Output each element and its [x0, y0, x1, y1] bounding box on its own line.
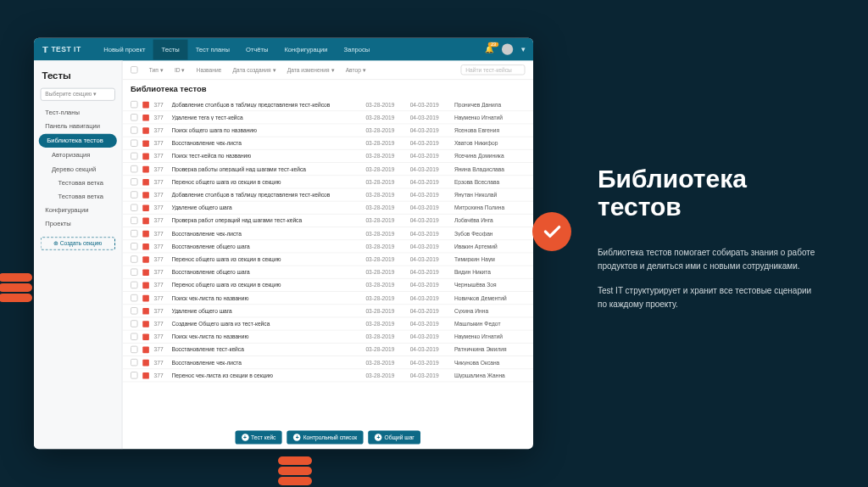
row-author: Зубов Феофан — [454, 231, 526, 237]
table-row[interactable]: 377Восстановление чек-листа03-28-201904-… — [123, 137, 534, 150]
table-row[interactable]: 377Поиск общего шага по названию03-28-20… — [123, 124, 534, 137]
sidebar-item[interactable]: Тестовая ветка — [34, 189, 122, 203]
nav-тест планы[interactable]: Тест планы — [187, 39, 237, 59]
chevron-down-icon[interactable]: ▾ — [521, 45, 526, 53]
row-checkbox[interactable] — [131, 320, 138, 327]
app-logo: 𝗧TEST IT — [42, 44, 81, 54]
user-avatar[interactable] — [502, 43, 513, 54]
nav-отчёты[interactable]: Отчёты — [237, 39, 276, 59]
row-checkbox[interactable] — [131, 204, 138, 211]
row-checkbox[interactable] — [131, 307, 138, 315]
row-created: 03-28-2019 — [365, 231, 409, 237]
sidebar-item[interactable]: Панель навигации — [34, 120, 122, 133]
sidebar-item[interactable]: Проекты — [34, 217, 122, 231]
row-created: 03-28-2019 — [365, 218, 409, 224]
filter-id[interactable]: ID ▾ — [175, 66, 185, 73]
table-row[interactable]: 377Восстановление общего шага03-28-20190… — [123, 266, 534, 279]
row-checkbox[interactable] — [131, 346, 138, 354]
nav-новый проект[interactable]: Новый проект — [96, 39, 153, 59]
table-row[interactable]: 377Восстановление общего шага03-28-20190… — [123, 240, 534, 253]
search-input[interactable]: Найти тест-кейсы — [461, 64, 526, 75]
row-author: Янутан Николай — [454, 192, 526, 198]
nav-запросы[interactable]: Запросы — [336, 39, 378, 59]
row-modified: 04-03-2019 — [410, 283, 454, 288]
filter-author[interactable]: Автор ▾ — [346, 66, 366, 73]
sidebar-item[interactable]: Авторизация — [34, 148, 122, 162]
nav-конфигурации[interactable]: Конфигурации — [276, 39, 336, 59]
table-row[interactable]: 377Восстановление чек-листа03-28-201904-… — [123, 227, 534, 240]
row-id: 377 — [154, 231, 172, 237]
row-created: 03-28-2019 — [365, 283, 409, 288]
table-row[interactable]: 377Перенос общего шага из секции в секци… — [123, 253, 534, 266]
row-created: 03-28-2019 — [365, 154, 409, 160]
sidebar-item[interactable]: Дерево секций — [34, 162, 122, 176]
select-all-checkbox[interactable] — [131, 66, 138, 74]
sidebar-item[interactable]: Тестовая ветка — [34, 176, 122, 189]
table-row[interactable]: 377Перенос общего шага из секции в секци… — [123, 176, 534, 188]
row-modified: 04-03-2019 — [410, 140, 454, 146]
table-row[interactable]: 377Восстановление тест-кейса03-28-201904… — [123, 344, 534, 356]
table-row[interactable]: 377Создание Общего шага из тест-кейса03-… — [123, 317, 534, 330]
row-checkbox[interactable] — [131, 153, 138, 160]
row-checkbox[interactable] — [131, 268, 138, 276]
table-row[interactable]: 377Проверка работ операций над шагами те… — [123, 215, 534, 227]
sidebar-item[interactable]: Библиотека тестов — [39, 134, 117, 148]
add-test-case-button[interactable]: +Тест кейс — [235, 430, 282, 444]
table-row[interactable]: 377Поиск чек-листа по названию03-28-2019… — [123, 331, 534, 344]
section-select[interactable]: Выберите секцию ▾ — [41, 88, 115, 101]
filter-type[interactable]: Тип ▾ — [149, 66, 164, 73]
add-checklist-button[interactable]: +Контрольный список — [287, 430, 364, 444]
top-nav: Новый проектТестыТест планыОтчётыКонфигу… — [96, 39, 378, 59]
row-checkbox[interactable] — [131, 372, 138, 379]
filter-name[interactable]: Название — [197, 67, 222, 73]
row-author: Новичков Дементий — [454, 295, 526, 301]
type-icon — [142, 333, 149, 340]
row-checkbox[interactable] — [131, 178, 138, 186]
filter-modified[interactable]: Дата изменения ▾ — [287, 66, 335, 73]
table-row[interactable]: 377Добавление столбцов в таблицу предста… — [123, 98, 534, 111]
sidebar-item[interactable]: Тест-планы — [34, 106, 122, 120]
filter-created[interactable]: Дата создания ▾ — [233, 66, 276, 73]
sidebar-item[interactable]: Конфигурации — [34, 204, 122, 217]
row-checkbox[interactable] — [131, 255, 138, 263]
row-checkbox[interactable] — [131, 139, 138, 147]
table-row[interactable]: 377Добавление столбцов в таблицу предста… — [123, 188, 534, 201]
notifications-button[interactable]: 🔔23 — [485, 45, 493, 53]
table-row[interactable]: 377Перенос общего шага из секции в секци… — [123, 279, 534, 292]
table-row[interactable]: 377Восстановление чек-листа03-28-201904-… — [123, 356, 534, 369]
row-checkbox[interactable] — [131, 333, 138, 340]
row-author: Ивакин Артемий — [454, 244, 526, 249]
row-id: 377 — [154, 308, 172, 314]
row-id: 377 — [154, 321, 172, 327]
slide-text: Библиотека тестов Библиотека тестов помо… — [559, 165, 834, 322]
row-name: Удаление тега у тест-кейса — [171, 115, 365, 120]
row-name: Поиск тест-кейса по названию — [171, 154, 365, 160]
row-created: 03-28-2019 — [365, 166, 409, 172]
table-row[interactable]: 377Проверка работы операций над шагами т… — [123, 163, 534, 176]
table-row[interactable]: 377Поиск чек-листа по названию03-28-2019… — [123, 292, 534, 305]
table-row[interactable]: 377Перенос чек-листа из секции в секцию0… — [123, 369, 534, 382]
row-id: 377 — [154, 218, 172, 224]
add-shared-step-button[interactable]: +Общий шаг — [369, 430, 421, 444]
row-created: 03-28-2019 — [365, 256, 409, 262]
table-row[interactable]: 377Удаление тега у тест-кейса03-28-20190… — [123, 111, 534, 124]
table-row[interactable]: 377Удаление общего шага03-28-201904-03-2… — [123, 202, 534, 215]
create-section-button[interactable]: ⊕ Создать секцию — [41, 237, 115, 249]
row-checkbox[interactable] — [131, 126, 138, 134]
row-modified: 04-03-2019 — [410, 166, 454, 172]
row-checkbox[interactable] — [131, 217, 138, 225]
row-checkbox[interactable] — [131, 165, 138, 173]
row-checkbox[interactable] — [131, 243, 138, 250]
nav-тесты[interactable]: Тесты — [153, 39, 187, 59]
row-checkbox[interactable] — [131, 101, 138, 109]
row-checkbox[interactable] — [131, 294, 138, 302]
type-icon — [142, 153, 149, 160]
table-row[interactable]: 377Поиск тест-кейса по названию03-28-201… — [123, 150, 534, 163]
row-checkbox[interactable] — [131, 114, 138, 121]
row-checkbox[interactable] — [131, 359, 138, 367]
row-checkbox[interactable] — [131, 282, 138, 289]
table-row[interactable]: 377Удаление общего шага03-28-201904-03-2… — [123, 305, 534, 317]
row-checkbox[interactable] — [131, 230, 138, 238]
type-icon — [142, 282, 149, 288]
row-checkbox[interactable] — [131, 191, 138, 199]
